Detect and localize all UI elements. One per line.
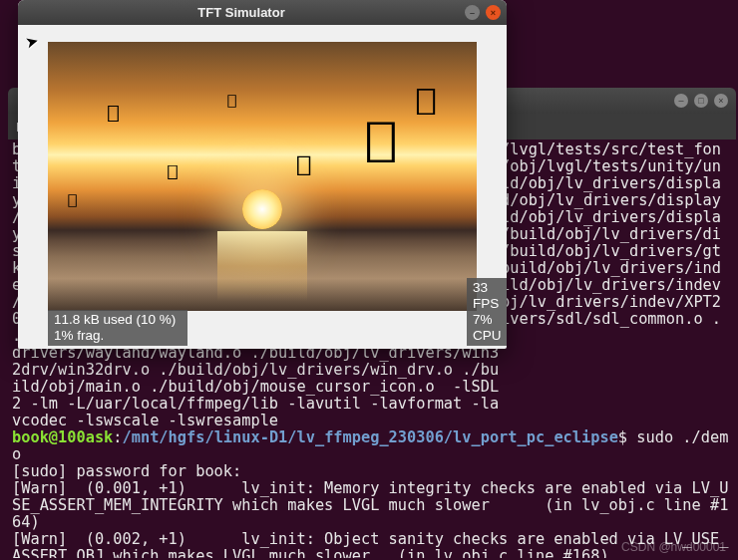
simulator-titlebar[interactable]: TFT Simulator – × bbox=[18, 0, 507, 25]
maximize-icon[interactable]: □ bbox=[694, 94, 708, 108]
sun-reflection bbox=[217, 231, 307, 301]
bird-silhouette: 𓅯 bbox=[415, 82, 437, 117]
prompt-path: /mnt/hgfs/linux-D1/lv_ffmpeg_230306/lv_p… bbox=[123, 428, 618, 446]
perf-overlay: 33 FPS 7% CPU bbox=[467, 278, 507, 346]
bird-silhouette: 𓅮 bbox=[167, 161, 179, 180]
frag-text: 1% frag. bbox=[54, 328, 182, 344]
simulator-canvas: 𓅯 𓅯 𓅯 𓅮 𓅮 𓅮 𓅮 bbox=[48, 42, 477, 311]
sudo-prompt: [sudo] password for book: bbox=[12, 462, 241, 480]
memory-overlay: 11.8 kB used (10 %) 1% frag. bbox=[48, 310, 187, 346]
warn-line-1: [Warn] (0.001, +1) lv_init: Memory integ… bbox=[12, 479, 728, 531]
bird-silhouette: 𓅮 bbox=[67, 191, 77, 207]
sunset-sun bbox=[242, 189, 282, 229]
simulator-title: TFT Simulator bbox=[24, 5, 459, 20]
bird-silhouette: 𓅯 bbox=[296, 151, 312, 176]
bird-silhouette: 𓅮 bbox=[107, 102, 120, 123]
bird-silhouette: 𓅮 bbox=[226, 92, 236, 108]
bird-silhouette: 𓅯 bbox=[364, 112, 397, 165]
close-icon[interactable]: × bbox=[714, 94, 728, 108]
minimize-icon[interactable]: – bbox=[674, 94, 688, 108]
simulator-window: TFT Simulator – × 𓅯 𓅯 𓅯 𓅮 𓅮 𓅮 𓅮 11.8 kB … bbox=[18, 0, 507, 349]
cpu-text: 7% CPU bbox=[473, 312, 507, 344]
minimize-icon[interactable]: – bbox=[465, 5, 480, 20]
close-icon[interactable]: × bbox=[486, 5, 501, 20]
prompt-user: book@100ask bbox=[12, 428, 113, 446]
mem-used-text: 11.8 kB used (10 %) bbox=[54, 312, 182, 328]
fps-text: 33 FPS bbox=[473, 280, 507, 312]
watermark: CSDN @hwd00001 bbox=[621, 540, 726, 554]
